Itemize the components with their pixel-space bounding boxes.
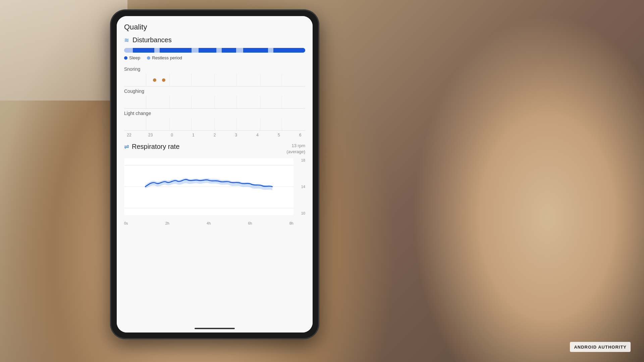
y-label-18: 18	[296, 158, 305, 162]
phone-frame: Quality ≋ Disturbances	[111, 10, 319, 339]
bar-seg-1	[124, 48, 133, 53]
respiratory-header: ⇌ Respiratory rate 13 rpm (average)	[124, 143, 305, 155]
respiratory-chart-container: 18 14 10 0s 2h 4h 6h 8h	[124, 158, 305, 225]
light-grid-1	[146, 118, 146, 130]
grid-line-6	[260, 74, 260, 86]
cough-grid-5	[236, 96, 237, 108]
home-indicator	[195, 328, 235, 329]
bar-seg-11	[243, 48, 268, 53]
grid-line-2	[169, 74, 170, 86]
bar-seg-14	[294, 48, 305, 53]
bar-seg-7	[199, 48, 216, 53]
snoring-dot-1	[153, 78, 156, 82]
bar-seg-6	[192, 48, 199, 53]
coughing-grid	[124, 96, 305, 109]
bar-seg-12	[268, 48, 273, 53]
light-grid-5	[236, 118, 237, 130]
bar-seg-8	[216, 48, 222, 53]
time-22: 22	[124, 133, 134, 137]
time-0: 0	[167, 133, 177, 137]
phone-screen: Quality ≋ Disturbances	[117, 16, 313, 333]
light-change-area: Light change	[124, 111, 305, 131]
snoring-label: Snoring	[124, 66, 305, 72]
scene: Quality ≋ Disturbances	[0, 0, 644, 362]
restless-label: Restless period	[152, 55, 182, 60]
light-change-label: Light change	[124, 111, 305, 116]
waves-icon: ≋	[124, 37, 129, 44]
time-3: 3	[231, 133, 241, 137]
bar-seg-2	[133, 48, 154, 53]
grid-line-1	[146, 74, 146, 86]
respiratory-title: Respiratory rate	[132, 143, 179, 150]
time-4: 4	[253, 133, 263, 137]
phone-wrapper: Quality ≋ Disturbances	[111, 10, 319, 339]
disturbances-title-row: ≋ Disturbances	[124, 36, 305, 44]
rpm-sublabel: (average)	[286, 149, 305, 155]
grid-line-5	[236, 74, 237, 86]
time-5: 5	[274, 133, 284, 137]
cough-grid-7	[282, 96, 282, 108]
time-1: 1	[188, 133, 198, 137]
grid-line-3	[191, 74, 192, 86]
restless-dot	[147, 56, 150, 60]
sleep-timeline-bar	[124, 48, 305, 53]
bar-seg-10	[236, 48, 243, 53]
light-grid-4	[215, 118, 215, 130]
grid-line-4	[215, 74, 215, 86]
legend-restless: Restless period	[147, 55, 182, 60]
y-label-14: 14	[296, 185, 305, 189]
x-label-8h: 8h	[289, 221, 293, 225]
respiratory-title-row: ⇌ Respiratory rate	[124, 143, 179, 150]
coughing-area: Coughing	[124, 88, 305, 109]
screen-content: Quality ≋ Disturbances	[117, 16, 313, 333]
disturbances-title: Disturbances	[132, 36, 172, 44]
grid-line-7	[282, 74, 282, 86]
x-label-2h: 2h	[165, 221, 169, 225]
respiratory-svg	[124, 158, 293, 215]
window-background	[0, 0, 127, 101]
coughing-label: Coughing	[124, 88, 305, 94]
bar-seg-9	[222, 48, 236, 53]
cough-grid-6	[260, 96, 260, 108]
resp-y-labels: 18 14 10	[296, 158, 305, 215]
cough-grid-4	[215, 96, 215, 108]
light-grid	[124, 118, 305, 131]
respiratory-icon: ⇌	[124, 143, 129, 150]
watermark: ANDROID AUTHORITY	[570, 342, 631, 352]
x-label-4h: 4h	[207, 221, 211, 225]
sleep-label: Sleep	[129, 55, 140, 60]
watermark-text: ANDROID AUTHORITY	[574, 345, 627, 350]
bar-seg-3	[154, 48, 160, 53]
quality-header: Quality	[124, 23, 305, 32]
snoring-area: Snoring	[124, 66, 305, 86]
y-label-10: 10	[296, 211, 305, 215]
time-axis: 22 23 0 1 2 3 4 5 6	[124, 133, 305, 137]
respiratory-chart-inner	[124, 158, 293, 215]
sleep-dot	[124, 56, 127, 60]
respiratory-avg: 13 rpm (average)	[286, 143, 305, 155]
legend-row: Sleep Restless period	[124, 55, 305, 60]
light-grid-3	[191, 118, 192, 130]
time-6: 6	[295, 133, 305, 137]
x-label-0s: 0s	[124, 221, 128, 225]
snoring-dot-2	[162, 78, 165, 82]
bar-seg-4	[160, 48, 174, 53]
cough-grid-3	[191, 96, 192, 108]
time-23: 23	[146, 133, 156, 137]
x-label-6h: 6h	[248, 221, 252, 225]
resp-x-labels: 0s 2h 4h 6h 8h	[124, 221, 293, 225]
light-grid-2	[169, 118, 170, 130]
light-grid-7	[282, 118, 282, 130]
time-2: 2	[210, 133, 220, 137]
bar-seg-13	[273, 48, 295, 53]
light-grid-6	[260, 118, 260, 130]
rpm-value: 13 rpm	[286, 143, 305, 149]
cough-grid-1	[146, 96, 146, 108]
cough-grid-2	[169, 96, 170, 108]
snoring-grid	[124, 74, 305, 86]
bar-seg-5	[174, 48, 192, 53]
legend-sleep: Sleep	[124, 55, 140, 60]
